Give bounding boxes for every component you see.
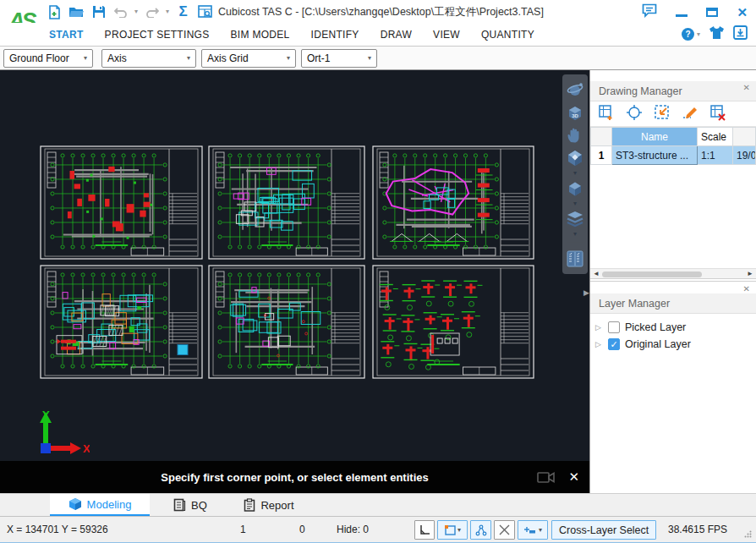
view-cube-icon[interactable] [564,147,586,168]
maximize-button[interactable] [706,8,718,17]
open-folder-icon[interactable] [68,4,85,20]
tab-identify[interactable]: IDENTIFY [311,29,359,41]
solid-view-caret-icon[interactable]: ▾ [573,200,577,206]
redo-icon[interactable] [144,4,160,20]
right-panel: ✕ Drawing Manager [589,70,756,493]
tab-bq[interactable]: BQ [162,494,218,516]
layer-manager-close-icon[interactable]: ✕ [743,284,750,293]
drawing-manager-panel: ✕ Drawing Manager [590,81,756,279]
drawing-row[interactable]: 1 ST3-structure ... 1:1 19/0 [591,146,756,165]
modify-scale-icon[interactable] [682,104,698,123]
ortho-mode-button[interactable] [414,520,435,540]
expander-icon[interactable]: ▷ [595,340,603,348]
layers-icon[interactable] [564,208,586,229]
tab-quantity[interactable]: QUANTITY [481,29,534,41]
command-prompt-text: Specify first corner point, or select el… [161,471,428,484]
orbit-icon[interactable] [564,79,586,100]
undo-icon[interactable] [112,4,129,20]
drawing-date-cell: 19/0 [733,146,756,165]
drawing-name-cell: ST3-structure ... [612,146,698,165]
toolbar-divider [567,242,583,243]
tab-view[interactable]: VIEW [433,29,460,41]
save-icon[interactable] [90,4,107,20]
layer-item-picked[interactable]: ▷ Picked Layer [595,319,756,336]
cursor-coordinates: X = 134701 Y = 59326 [7,524,108,535]
theme-skin-icon[interactable] [709,25,725,43]
add-drawing-icon[interactable] [598,104,615,123]
cross-layer-select-button[interactable]: Cross-Layer Select [551,520,656,540]
object-snap-button[interactable] [470,520,491,540]
record-camera-icon[interactable] [537,471,556,484]
solid-view-icon[interactable] [564,178,586,199]
minimize-button[interactable] [676,14,688,17]
view-3d-icon[interactable]: 3D [564,101,586,123]
workspace-tab-bar: Modeling BQ Report [0,493,756,516]
drawing-table-hscrollbar[interactable]: ◄ ► [590,268,756,279]
original-layer-checkbox[interactable]: ✓ [608,338,620,350]
modeling-cube-icon [68,497,82,511]
view-cube-caret-icon[interactable]: ▾ [573,170,577,176]
drawing-manager-toolbar [590,101,756,127]
column-name[interactable]: Name [612,128,698,146]
drawing-table: Name Scale 1 ST3-structure ... 1:1 19/0 [590,127,756,165]
cad-sheet-red-columns[interactable] [40,145,203,260]
secondary-count: 0 [299,524,305,535]
layer-item-original[interactable]: ▷ ✓ Original Layer [595,336,756,353]
close-button[interactable]: ✕ [737,5,748,20]
floor-select[interactable]: Ground Floor▾ [3,49,93,68]
svg-text:3D: 3D [572,113,578,118]
redo-caret-icon[interactable]: ▾ [166,8,169,15]
expander-icon[interactable]: ▷ [595,323,603,332]
resize-grip-icon[interactable] [744,529,752,540]
feedback-icon[interactable] [642,3,657,21]
drawing-manager-title: Drawing Manager [590,81,756,101]
delete-drawing-icon[interactable] [709,104,726,123]
element-type-select[interactable]: Axis▾ [101,49,196,68]
drawing-canvas[interactable]: Y X 3D ▾ [0,70,589,493]
scroll-left-icon[interactable]: ◄ [593,270,600,277]
element-list-icon[interactable] [564,248,586,269]
panel-collapse-arrow-icon[interactable]: ▶ [583,288,589,297]
ucs-axis-icon: Y X [30,409,90,461]
update-download-icon[interactable] [733,25,748,43]
column-scale[interactable]: Scale [698,128,733,146]
tab-project-settings[interactable]: PROJECT SETTINGS [105,29,210,41]
tracking-button[interactable]: ▾ [518,520,548,540]
picked-layer-checkbox[interactable] [608,321,620,333]
attribute-select[interactable]: Ort-1▾ [301,49,377,68]
fps-indicator: 38.4615 FPS [668,524,727,535]
tab-bim-model[interactable]: BIM MODEL [231,29,290,41]
report-clipboard-icon [244,498,255,512]
summation-icon[interactable]: Σ [175,4,191,20]
tab-start[interactable]: START [49,29,84,41]
command-bar: Specify first corner point, or select el… [0,461,589,493]
pan-icon[interactable] [564,124,586,145]
drawing-table-empty-area [590,165,756,268]
selection-mode-button[interactable]: ▾ [437,520,468,540]
cad-sheet-cyan-walls[interactable] [208,145,365,260]
status-bar: X = 134701 Y = 59326 1 0 Hide: 0 ▾ ▾ Cro… [0,516,756,542]
cad-sheet-cyan-light[interactable] [208,265,365,379]
locate-drawing-icon[interactable] [626,104,643,123]
element-select[interactable]: Axis Grid▾ [201,49,296,68]
help-icon[interactable]: ? ▾ [681,27,700,41]
prompt-close-icon[interactable]: ✕ [568,469,579,485]
cross-snap-button[interactable] [494,520,515,540]
layer-tree: ▷ Picked Layer ▷ ✓ Original Layer [590,314,756,353]
scrollbar-thumb[interactable] [602,272,702,277]
set-scale-icon[interactable] [654,104,671,123]
undo-caret-icon[interactable]: ▾ [134,8,138,15]
cad-sheet-details[interactable] [372,265,534,379]
cad-sheet-magenta-roof[interactable] [372,145,534,260]
new-file-icon[interactable] [47,4,63,20]
ucs-y-label: Y [42,409,50,421]
scroll-right-icon[interactable]: ► [747,270,753,277]
tab-draw[interactable]: DRAW [381,29,412,41]
view-query-icon[interactable] [197,4,213,20]
svg-text:?: ? [685,30,690,39]
drawing-manager-close-icon[interactable]: ✕ [743,83,750,92]
layers-caret-icon[interactable]: ▾ [573,231,577,237]
tab-report[interactable]: Report [233,494,304,516]
tab-modeling[interactable]: Modeling [50,494,150,516]
cad-sheet-dense-color[interactable] [40,265,203,379]
